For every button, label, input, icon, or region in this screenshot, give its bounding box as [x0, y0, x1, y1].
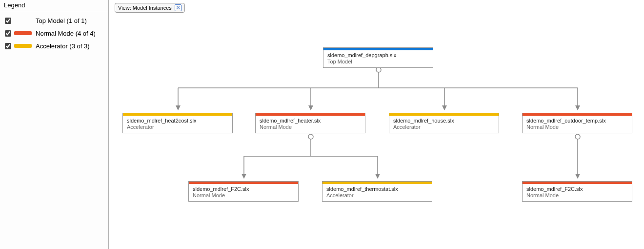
node-top-model[interactable]: sldemo_mdlref_depgraph.slx Top Model — [323, 47, 433, 68]
node-title: sldemo_mdlref_thermostat.slx — [326, 186, 428, 192]
legend-label-normal-mode: Normal Mode (4 of 4) — [36, 30, 96, 37]
node-heater[interactable]: sldemo_mdlref_heater.slx Normal Mode — [255, 113, 365, 133]
legend-swatch-normal-mode — [14, 31, 32, 35]
node-title: sldemo_mdlref_F2C.slx — [526, 186, 628, 192]
legend-item-normal-mode: Normal Mode (4 of 4) — [3, 27, 105, 40]
node-outdoor-temp[interactable]: sldemo_mdlref_outdoor_temp.slx Normal Mo… — [522, 113, 632, 133]
node-subtitle: Accelerator — [393, 124, 495, 130]
view-filter-label: View: Model Instances — [118, 5, 172, 11]
legend-label-top-model: Top Model (1 of 1) — [36, 17, 87, 24]
app-root: Legend Top Model (1 of 1) Normal Mode (4… — [0, 0, 644, 249]
node-subtitle: Accelerator — [127, 124, 228, 130]
node-title: sldemo_mdlref_outdoor_temp.slx — [526, 118, 628, 124]
node-f2c-right[interactable]: sldemo_mdlref_F2C.slx Normal Mode — [522, 181, 632, 202]
legend-item-accelerator: Accelerator (3 of 3) — [3, 40, 105, 52]
node-subtitle: Normal Mode — [526, 192, 628, 198]
svg-point-1 — [308, 134, 313, 139]
legend-body: Top Model (1 of 1) Normal Mode (4 of 4) … — [0, 11, 108, 55]
node-f2c-left[interactable]: sldemo_mdlref_F2C.slx Normal Mode — [188, 181, 299, 202]
node-subtitle: Normal Mode — [260, 124, 361, 130]
svg-point-2 — [575, 134, 580, 139]
node-house[interactable]: sldemo_mdlref_house.slx Accelerator — [389, 113, 499, 133]
node-subtitle: Normal Mode — [193, 192, 294, 198]
legend-checkbox-normal-mode[interactable] — [5, 30, 11, 37]
legend-label-accelerator: Accelerator (3 of 3) — [36, 42, 90, 50]
node-subtitle: Accelerator — [326, 192, 428, 198]
legend-checkbox-top-model[interactable] — [5, 18, 11, 24]
node-title: sldemo_mdlref_house.slx — [393, 118, 495, 124]
node-title: sldemo_mdlref_heater.slx — [260, 118, 361, 124]
legend-panel: Legend Top Model (1 of 1) Normal Mode (4… — [0, 0, 109, 249]
svg-point-0 — [376, 67, 381, 72]
legend-checkbox-accelerator[interactable] — [5, 43, 11, 49]
node-title: sldemo_mdlref_F2C.slx — [193, 186, 294, 192]
node-thermostat[interactable]: sldemo_mdlref_thermostat.slx Accelerator — [322, 181, 432, 202]
close-icon[interactable]: ✕ — [175, 4, 181, 11]
node-subtitle: Normal Mode — [526, 124, 628, 130]
node-title: sldemo_mdlref_heat2cost.slx — [127, 118, 228, 124]
node-title: sldemo_mdlref_depgraph.slx — [327, 52, 429, 58]
legend-swatch-accelerator — [14, 44, 32, 48]
legend-swatch-top-model — [14, 19, 32, 22]
node-subtitle: Top Model — [327, 59, 429, 64]
legend-item-top-model: Top Model (1 of 1) — [3, 14, 105, 27]
legend-title: Legend — [0, 0, 108, 11]
view-filter-chip[interactable]: View: Model Instances ✕ — [115, 3, 185, 13]
graph-canvas[interactable]: View: Model Instances ✕ — [111, 0, 644, 249]
node-heat2cost[interactable]: sldemo_mdlref_heat2cost.slx Accelerator — [122, 113, 233, 133]
